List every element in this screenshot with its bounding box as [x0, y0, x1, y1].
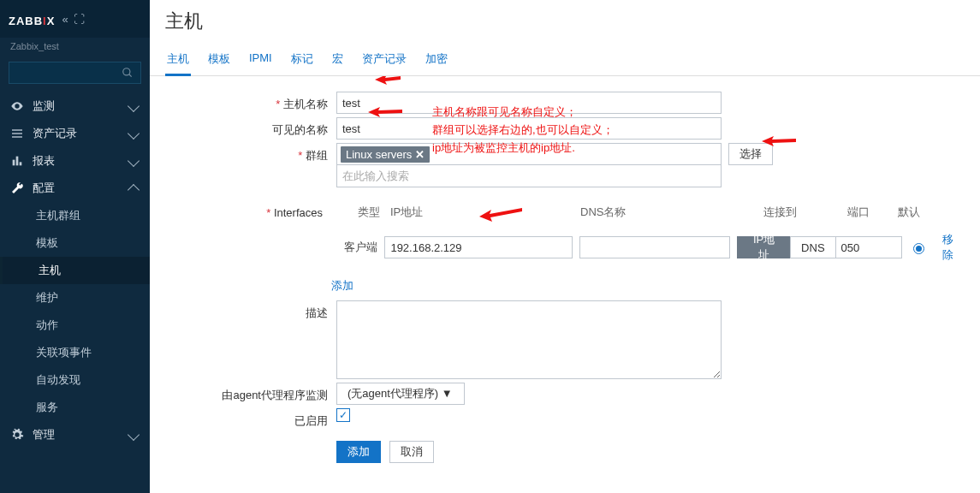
- collapse-icon[interactable]: «: [62, 13, 68, 26]
- nav-item-inventory[interactable]: 资产记录: [0, 120, 150, 147]
- svg-marker-8: [375, 76, 401, 85]
- nav: 监测 资产记录 报表 配置 主机群组 模板 主机 维护 动作 关联项事件 自动发…: [0, 92, 150, 493]
- nav-label: 资产记录: [33, 126, 77, 141]
- row-agent: 由agent代理程序监测 (无agent代理程序) ▼: [165, 383, 965, 405]
- svg-rect-3: [12, 133, 22, 134]
- description-textarea[interactable]: [336, 300, 722, 379]
- head-type: 类型: [331, 205, 385, 220]
- interfaces-header: 类型 IP地址 DNS名称 连接到 端口 默认: [331, 201, 965, 223]
- row-hostname: 主机名称: [165, 92, 965, 114]
- sub-discovery[interactable]: 自动发现: [0, 366, 150, 394]
- sidebar-header: ZABBIX « ⛶ Zabbix_test: [0, 0, 150, 92]
- groups-tags[interactable]: Linux servers ✕: [336, 143, 722, 165]
- label-visible: 可见的名称: [165, 117, 336, 138]
- interface-add-link[interactable]: 添加: [331, 279, 353, 292]
- label-agent: 由agent代理程序监测: [165, 383, 336, 403]
- groups-box: Linux servers ✕ 在此输入搜索: [336, 143, 722, 187]
- head-port: 端口: [825, 205, 892, 220]
- head-ip: IP地址: [385, 205, 575, 220]
- interface-default-radio[interactable]: [902, 241, 936, 254]
- select-groups-button[interactable]: 选择: [728, 143, 773, 165]
- sub-maintenance[interactable]: 维护: [0, 284, 150, 312]
- sub-hosts[interactable]: 主机: [0, 257, 150, 284]
- label-interfaces: Interfaces: [165, 201, 331, 219]
- groups-search-input[interactable]: 在此输入搜索: [336, 165, 722, 187]
- group-tag-label: Linux servers: [346, 148, 412, 161]
- nav-item-admin[interactable]: 管理: [0, 421, 150, 448]
- svg-rect-7: [20, 162, 22, 165]
- sub-actions[interactable]: 动作: [0, 312, 150, 339]
- nav-item-monitor[interactable]: 监测: [0, 92, 150, 120]
- conn-ip-toggle[interactable]: IP地址: [737, 236, 790, 258]
- tab-macros[interactable]: 宏: [330, 45, 345, 75]
- search-row: [0, 56, 150, 92]
- eye-icon: [10, 99, 24, 113]
- row-groups: 群组 Linux servers ✕ 在此输入搜索 选择: [165, 143, 965, 187]
- hostname-input[interactable]: [336, 92, 722, 114]
- sub-correlation[interactable]: 关联项事件: [0, 339, 150, 366]
- interface-ip-input[interactable]: [384, 236, 573, 258]
- nav-label: 报表: [33, 153, 55, 169]
- nav-label: 配置: [33, 181, 55, 196]
- head-conn: 连接到: [734, 205, 825, 220]
- chevron-down-icon: [128, 155, 140, 167]
- svg-line-1: [129, 74, 132, 77]
- logo-row: ZABBIX « ⛶: [0, 0, 150, 38]
- interface-port-input[interactable]: [836, 236, 902, 258]
- tenant-name: Zabbix_test: [0, 38, 150, 56]
- interface-row: 客户端 IP地址 DNS 移除: [331, 230, 965, 264]
- nav-item-reports[interactable]: 报表: [0, 147, 150, 175]
- form: 主机名称 可见的名称 群组 Linux servers ✕ 在此输入搜索 选择: [150, 76, 980, 480]
- cancel-button[interactable]: 取消: [389, 441, 434, 463]
- visible-name-input[interactable]: [336, 117, 722, 140]
- row-desc: 描述: [165, 300, 965, 379]
- sub-hostgroups[interactable]: 主机群组: [0, 202, 150, 229]
- nav-label: 监测: [33, 98, 55, 114]
- list-icon: [10, 127, 24, 140]
- chevron-up-icon: [128, 184, 140, 196]
- group-tag: Linux servers ✕: [341, 146, 430, 163]
- sub-templates[interactable]: 模板: [0, 229, 150, 257]
- fullscreen-icon[interactable]: ⛶: [74, 13, 85, 26]
- add-button[interactable]: 添加: [336, 441, 381, 463]
- chevron-down-icon: [128, 429, 140, 441]
- search-icon: [122, 67, 134, 79]
- label-enabled: 已启用: [165, 408, 336, 429]
- label-desc: 描述: [165, 300, 336, 321]
- tab-tags[interactable]: 标记: [289, 45, 315, 75]
- interface-remove-link[interactable]: 移除: [942, 232, 965, 263]
- svg-rect-4: [12, 136, 22, 137]
- tab-ipmi[interactable]: IPMI: [247, 45, 274, 75]
- label-groups: 群组: [165, 143, 336, 163]
- sub-services[interactable]: 服务: [0, 394, 150, 421]
- sidebar: ZABBIX « ⛶ Zabbix_test 监测 资产记录 报表 配置: [0, 0, 150, 493]
- main: 主机 主机 模板 IPMI 标记 宏 资产记录 加密 主机名称 可见的名称 群组…: [150, 0, 980, 493]
- tab-inventory[interactable]: 资产记录: [360, 45, 408, 75]
- app-logo[interactable]: ZABBIX: [9, 8, 55, 30]
- svg-point-0: [123, 68, 130, 75]
- svg-rect-6: [16, 157, 19, 166]
- arrow-icon: [375, 76, 401, 88]
- chevron-down-icon: [128, 128, 140, 140]
- chevron-down-icon: [128, 100, 140, 112]
- interface-type: 客户端: [331, 240, 384, 255]
- wrench-icon: [10, 181, 24, 195]
- header-icons: « ⛶: [62, 13, 84, 26]
- search-input[interactable]: [9, 62, 141, 84]
- tab-encryption[interactable]: 加密: [424, 45, 449, 75]
- nav-config-sub: 主机群组 模板 主机 维护 动作 关联项事件 自动发现 服务: [0, 202, 150, 421]
- interface-dns-input[interactable]: [579, 236, 730, 258]
- remove-tag-icon[interactable]: ✕: [415, 148, 425, 161]
- page-title: 主机: [150, 0, 980, 45]
- gear-icon: [10, 428, 24, 442]
- nav-item-config[interactable]: 配置: [0, 175, 150, 202]
- head-dns: DNS名称: [575, 205, 734, 220]
- enabled-checkbox[interactable]: ✓: [336, 408, 350, 422]
- nav-label: 管理: [33, 427, 55, 443]
- tab-host[interactable]: 主机: [165, 45, 191, 76]
- row-visible: 可见的名称: [165, 117, 965, 140]
- logo-text-c: X: [47, 15, 56, 27]
- conn-dns-toggle[interactable]: DNS: [790, 236, 835, 258]
- tab-templates[interactable]: 模板: [206, 45, 232, 75]
- agent-proxy-select[interactable]: (无agent代理程序) ▼: [336, 383, 465, 405]
